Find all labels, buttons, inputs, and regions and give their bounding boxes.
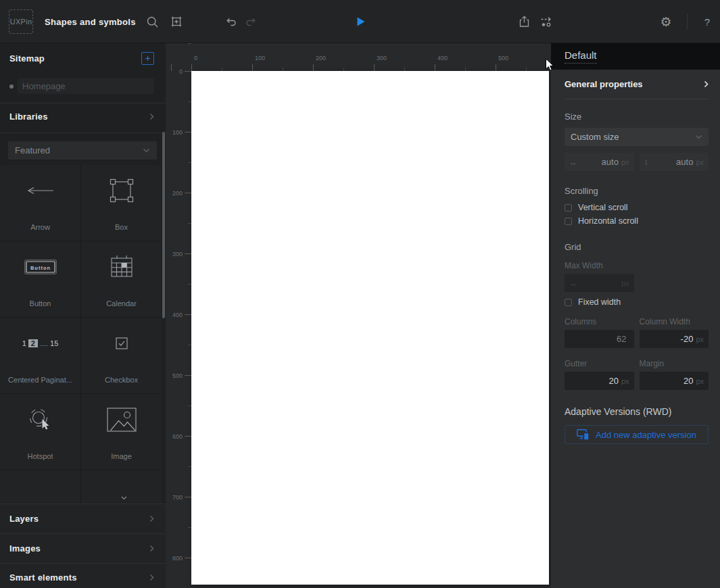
page-name-field[interactable]: Homepage [18, 78, 154, 94]
help-icon[interactable]: ? [699, 14, 715, 30]
sidebar-divider [0, 132, 166, 133]
library-scrollbar[interactable] [162, 132, 165, 318]
properties-panel: Default General properties Size Custom s… [551, 43, 720, 588]
width-arrow-icon: ↔ [569, 278, 577, 288]
scroll-more-chevron-icon [121, 496, 127, 500]
chevron-right-icon [149, 574, 154, 581]
size-section-label: Size [565, 112, 709, 122]
library-item-checkbox[interactable]: Checkbox [81, 318, 162, 393]
pagination-icon: 1 2 .... 15 [22, 318, 59, 369]
columns-label: Columns [565, 317, 634, 326]
share-export-icon[interactable] [516, 14, 532, 30]
library-item-centered-pagination[interactable]: 1 2 .... 15 Centered Paginat... [0, 318, 80, 393]
column-width-input[interactable]: -20 px [640, 330, 709, 348]
gutter-label: Gutter [565, 359, 634, 368]
redo-icon[interactable] [243, 14, 259, 30]
max-width-label: Max Width [565, 261, 709, 270]
library-filter-dropdown[interactable]: Featured [8, 141, 157, 160]
chevron-right-icon [149, 545, 154, 552]
uxpin-logo[interactable]: UXPin [9, 9, 33, 34]
checkbox-icon [116, 318, 128, 369]
devices-icon [577, 429, 590, 440]
adaptive-versions-label: Adaptive Versions (RWD) [565, 406, 709, 417]
undo-icon[interactable] [222, 14, 239, 30]
max-width-input[interactable]: ↔ px [565, 274, 634, 292]
horizontal-scroll-option[interactable]: Horizontal scroll [565, 216, 709, 226]
chevron-down-icon [143, 148, 150, 153]
size-preset-value: Custom size [571, 132, 695, 142]
preview-play-icon[interactable] [353, 14, 369, 30]
fixed-width-checkbox[interactable] [565, 299, 572, 306]
search-icon[interactable] [144, 14, 160, 30]
library-item-calendar[interactable]: Calendar [81, 241, 162, 317]
size-preset-dropdown[interactable]: Custom size [565, 128, 709, 146]
svg-text:Button: Button [30, 265, 50, 271]
document-title[interactable]: Shapes and symbols [45, 17, 136, 27]
top-toolbar: UXPin Shapes and symbols [0, 0, 720, 43]
breakpoint-header: Default [551, 43, 720, 70]
height-input[interactable]: ↕ auto px [640, 153, 709, 171]
vertical-ruler: 0 100 200 300 400 500 600 700 800 [166, 43, 191, 588]
box-icon [110, 165, 134, 216]
spec-handoff-icon[interactable] [539, 14, 555, 30]
chevron-down-icon [695, 134, 702, 139]
vertical-scroll-option[interactable]: Vertical scroll [565, 203, 709, 212]
hotspot-icon [28, 394, 53, 445]
width-arrow-icon: ↔ [569, 157, 577, 167]
left-sidebar: Sitemap + Homepage Libraries Featured Ar… [0, 43, 166, 588]
settings-gear-icon[interactable]: ⚙ [658, 14, 674, 30]
add-page-button[interactable]: + [141, 52, 154, 65]
library-items-grid: Arrow Box Button [0, 165, 162, 545]
general-properties-row[interactable]: General properties [565, 70, 709, 99]
gutter-input[interactable]: 20 px [565, 372, 634, 390]
column-width-label: Column Width [640, 317, 709, 326]
grid-section-label: Grid [565, 242, 709, 252]
canvas-workspace: 0 100 200 300 400 500 0 100 200 300 400 … [166, 43, 551, 588]
width-input[interactable]: ↔ auto px [565, 153, 634, 171]
library-item-arrow[interactable]: Arrow [0, 165, 80, 241]
sitemap-page-row[interactable]: Homepage [9, 78, 154, 94]
arrow-icon [27, 165, 54, 216]
image-icon [107, 394, 137, 445]
library-item-hotspot[interactable]: Hotspot [0, 394, 80, 470]
calendar-icon [110, 241, 134, 293]
chevron-right-icon [149, 515, 154, 522]
button-icon: Button [24, 241, 57, 293]
columns-input[interactable]: 62 [565, 330, 634, 348]
library-item-box[interactable]: Box [81, 165, 162, 241]
libraries-title: Libraries [9, 112, 48, 122]
sidebar-section-images[interactable]: Images [0, 533, 166, 563]
page-bullet-icon [9, 84, 14, 89]
horizontal-ruler: 0 100 200 300 400 500 [166, 43, 551, 71]
add-adaptive-version-button[interactable]: Add new adaptive version [565, 425, 709, 444]
libraries-header[interactable]: Libraries [9, 109, 154, 124]
horizontal-scroll-checkbox[interactable] [565, 218, 572, 225]
sidebar-section-layers[interactable]: Layers [0, 504, 166, 533]
library-filter-value: Featured [15, 145, 143, 155]
scrolling-section-label: Scrolling [565, 186, 709, 196]
sitemap-header: Sitemap + [9, 51, 154, 65]
breakpoint-name-field[interactable]: Default [565, 49, 597, 64]
add-artboard-icon[interactable] [168, 14, 185, 30]
library-item-image[interactable]: Image [81, 394, 162, 470]
sitemap-title: Sitemap [9, 53, 45, 64]
sidebar-section-smart-elements[interactable]: Smart elements [0, 563, 166, 588]
library-item-button[interactable]: Button Button [0, 241, 80, 317]
toolbar-divider [687, 14, 688, 30]
chevron-right-icon [149, 113, 154, 120]
margin-input[interactable]: 20 px [640, 372, 709, 390]
margin-label: Margin [640, 359, 709, 368]
artboard-canvas[interactable] [191, 71, 549, 585]
sidebar-divider [0, 103, 166, 103]
vertical-scroll-checkbox[interactable] [565, 204, 572, 212]
chevron-right-icon [704, 80, 709, 88]
fixed-width-option[interactable]: Fixed width [565, 297, 709, 307]
